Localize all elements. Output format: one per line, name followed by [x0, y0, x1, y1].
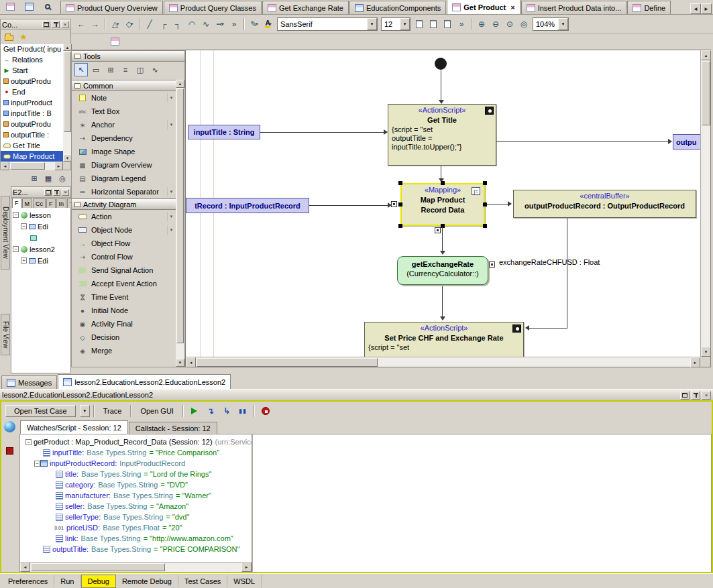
status-tab-remote-debug[interactable]: Remote Debug [116, 575, 178, 587]
diagram-surface[interactable]: «ActionScript» Get Title {script = "set … [186, 50, 700, 357]
object-flow-edge[interactable] [567, 218, 567, 328]
object-flow-edge[interactable] [496, 141, 669, 142]
horizontal-scrollbar[interactable]: ◄ ► [20, 562, 252, 572]
tree-item-input-title[interactable]: inputTitle : B [1, 108, 63, 119]
step-into-icon[interactable]: ↴ [203, 404, 218, 418]
close-icon[interactable]: × [61, 21, 69, 28]
object-flow-edge[interactable] [486, 204, 508, 204]
watch-row-seller-type[interactable]: sellerType:Base Types.String= "dvd" [20, 512, 252, 522]
central-buffer-node[interactable]: «centralBuffer» outputProductRecord : Ou… [513, 190, 696, 218]
palette-item-dependency[interactable]: ⇢Dependency [72, 131, 177, 145]
arc-tool-icon[interactable]: ◠ [185, 17, 199, 31]
scrollbar-thumb[interactable] [64, 52, 71, 132]
horizontal-scrollbar[interactable]: ◄ ► [1, 162, 63, 170]
tab-file-view[interactable]: File View [1, 314, 10, 355]
add-page-icon[interactable] [413, 17, 426, 31]
component-window-icon[interactable] [21, 0, 36, 14]
watch-row-input-title[interactable]: inputTitle:Base Types.String= "Price Com… [20, 447, 252, 458]
palette-item-horizontal-separator[interactable]: ═Horizontal Separator▾ [72, 185, 177, 198]
e2-tab[interactable]: F [46, 198, 56, 208]
select-tool-icon[interactable]: ↖ [74, 63, 88, 76]
overview-tool-icon[interactable]: ◫ [133, 63, 147, 76]
e2-tab[interactable]: F [12, 198, 21, 208]
palette-item-control-flow[interactable]: ⇢Control Flow [72, 250, 177, 263]
tab-get-product[interactable]: Get Product× [447, 0, 520, 14]
object-flow-edge[interactable] [529, 328, 567, 329]
palette-item-time-event[interactable]: ⋈Time Event [72, 290, 177, 304]
chevron-down-icon[interactable]: ▾ [167, 93, 175, 103]
connection-port[interactable] [391, 201, 397, 207]
collapse-icon[interactable]: − [13, 212, 19, 218]
palette-section-common[interactable]: Common [72, 80, 177, 91]
horizontal-scrollbar[interactable]: ◄ ► [186, 357, 700, 367]
palette-item-note[interactable]: Note▾ [72, 91, 177, 105]
control-flow-edge[interactable] [442, 286, 443, 317]
pin-input-title[interactable]: inputTitle : String [188, 125, 260, 139]
scroll-up-icon[interactable]: ▲ [701, 50, 711, 60]
close-icon[interactable]: × [702, 391, 711, 400]
call-get-exchange-rate[interactable]: getExchangeRate (CurrencyCalculator::) [397, 256, 488, 285]
palette-item-object-node[interactable]: Object Node▾ [72, 223, 177, 237]
watch-row-seller[interactable]: seller:Base Types.String= "Amazon" [20, 501, 252, 512]
font-color-icon[interactable]: A▾ [262, 17, 275, 31]
tab-get-exchange-rate[interactable]: Get Exchange Rate [262, 1, 349, 14]
tab-scroll-left-icon[interactable]: ◄ [690, 3, 701, 14]
object-flow-edge[interactable] [309, 205, 390, 206]
tab-scroll-right-icon[interactable]: ► [701, 3, 712, 14]
status-tab-debug[interactable]: Debug [81, 575, 116, 588]
tree-item-lesson2[interactable]: −lesson2 [11, 243, 70, 255]
forward-icon[interactable]: → [89, 17, 102, 31]
elbow-line-tool-icon[interactable]: ┐ [171, 17, 184, 31]
freehand-tool-icon[interactable]: ∿ [148, 63, 162, 76]
tree-item-end[interactable]: ●End [1, 86, 63, 97]
palette-item-merge[interactable]: ◈Merge [72, 344, 177, 357]
chevron-down-icon[interactable]: ▾ [167, 225, 175, 235]
shape-tool-icon[interactable]: ▭ [89, 63, 103, 76]
tab-messages[interactable]: Messages [1, 375, 57, 389]
diagram-window-icon[interactable] [3, 0, 17, 14]
freeform-tool-icon[interactable]: ∿ [199, 17, 213, 31]
palette-item-object-flow[interactable]: →Object Flow [72, 237, 177, 250]
connection-port[interactable] [435, 227, 441, 233]
tab-product-query-overview[interactable]: Product Query Overview [60, 1, 163, 14]
shape-tool-icon[interactable]: △▾ [109, 17, 122, 31]
font-family-select[interactable]: SansSerif ▾ [277, 17, 378, 31]
watch-row-title[interactable]: title:Base Types.String= "Lord of the Ri… [20, 469, 252, 479]
step-over-icon[interactable]: ↳ [219, 404, 234, 418]
collapse-icon[interactable]: − [25, 439, 32, 445]
selection-handle[interactable] [483, 202, 487, 207]
palette-item-image-shape[interactable]: Image Shape [72, 145, 177, 158]
scrollbar-thumb[interactable] [702, 61, 710, 125]
selection-handle[interactable] [398, 181, 402, 185]
pin-output-title[interactable]: outpu [673, 134, 700, 150]
kill-session-icon[interactable] [6, 447, 13, 455]
action-set-price-chf[interactable]: «ActionScript» Set Price CHF and Exchang… [364, 322, 524, 357]
tree-item-get-product[interactable]: Get Product( inpu [1, 44, 63, 54]
status-tab-preferences[interactable]: Preferences [2, 575, 54, 587]
tab-lesson2-debugger[interactable]: lesson2.EducationLesson2.EducationLesson… [58, 374, 231, 389]
palette-item-activity-final[interactable]: ◉Activity Final [72, 317, 177, 331]
selection-handle[interactable] [398, 224, 402, 228]
vertical-scrollbar[interactable]: ▲ ▼ [700, 50, 710, 357]
scroll-left-icon[interactable]: ◄ [186, 357, 196, 367]
scrollbar-thumb[interactable] [10, 162, 45, 170]
tree-item-relations[interactable]: ↔Relations [1, 54, 63, 65]
zoom-level-select[interactable]: 104% ▾ [533, 17, 569, 31]
tree-item-start[interactable]: ▶Start [1, 65, 63, 76]
palette-section-activity[interactable]: Activity Diagram [72, 198, 177, 210]
tab-product-query-classes[interactable]: Product Query Classes [164, 1, 262, 14]
float-panel-icon[interactable] [680, 391, 690, 400]
pin-icon[interactable] [691, 391, 700, 400]
tree-item-map-product[interactable]: Map Product [1, 151, 63, 162]
zoom-fit-icon[interactable]: ⊙ [503, 17, 516, 31]
chevron-down-icon[interactable]: ▾ [400, 18, 410, 30]
watch-row-category[interactable]: category:Base Types.String= "DVD" [20, 479, 252, 490]
palette-item-accept-event[interactable]: Accept Event Action [72, 277, 177, 290]
status-tab-wsdl[interactable]: WSDL [227, 575, 262, 587]
action-map-product-record-data[interactable]: «Mapping» Map Product Record Data |= [400, 183, 485, 226]
paste-page-icon[interactable] [441, 17, 454, 31]
copy-page-icon[interactable] [427, 17, 440, 31]
palette-item-send-signal[interactable]: Send Signal Action [72, 263, 177, 277]
test-case-dropdown-icon[interactable]: ▾ [80, 405, 90, 417]
scrollbar-thumb[interactable] [197, 358, 378, 367]
